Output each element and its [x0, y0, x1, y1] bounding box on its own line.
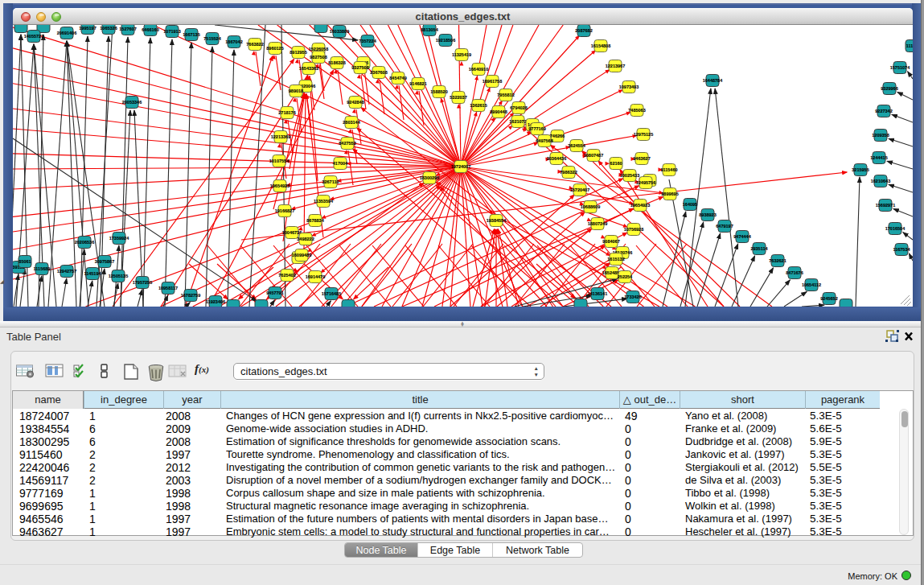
svg-text:7485063: 7485063	[628, 108, 645, 113]
svg-text:20206536: 20206536	[75, 240, 94, 245]
svg-text:10973493: 10973493	[619, 84, 639, 89]
svg-text:15751074: 15751074	[890, 65, 910, 70]
svg-text:7663822: 7663822	[246, 42, 263, 47]
svg-text:9327508: 9327508	[351, 65, 368, 70]
svg-text:9463627: 9463627	[633, 156, 650, 161]
svg-text:1145194: 1145194	[84, 271, 101, 276]
svg-text:1167534: 1167534	[893, 247, 910, 252]
svg-text:1065326: 1065326	[100, 26, 117, 31]
svg-text:10688609: 10688609	[581, 204, 600, 209]
svg-text:164095: 164095	[683, 202, 697, 207]
svg-text:1071913: 1071913	[163, 29, 180, 34]
svg-text:18300295: 18300295	[420, 175, 439, 180]
svg-text:1621072: 1621072	[509, 119, 526, 124]
svg-text:10046736: 10046736	[282, 230, 302, 235]
svg-text:20053346: 20053346	[122, 100, 142, 105]
svg-text:989018: 989018	[289, 89, 303, 93]
svg-text:10654112: 10654112	[802, 282, 821, 287]
svg-text:8471676: 8471676	[786, 270, 803, 275]
svg-text:10807487: 10807487	[584, 153, 603, 158]
svg-text:17016504: 17016504	[885, 226, 906, 231]
svg-text:12505135: 12505135	[109, 274, 128, 278]
svg-text:12975125: 12975125	[634, 132, 653, 137]
svg-text:9227342: 9227342	[875, 109, 892, 113]
svg-text:8813054: 8813054	[421, 27, 438, 32]
svg-text:1115689: 1115689	[34, 266, 51, 271]
svg-text:12213369: 12213369	[271, 134, 290, 139]
svg-text:15720407: 15720407	[570, 187, 589, 192]
svg-text:14055721: 14055721	[24, 34, 43, 39]
svg-text:6497568: 6497568	[536, 138, 552, 143]
svg-text:8912955: 8912955	[290, 50, 306, 55]
svg-text:1527607: 1527607	[119, 27, 136, 31]
svg-text:1667135: 1667135	[183, 32, 199, 37]
svg-text:8990448: 8990448	[490, 109, 507, 114]
svg-text:14136141: 14136141	[588, 291, 607, 296]
svg-text:9084067: 9084067	[602, 239, 619, 244]
svg-text:1733426: 1733426	[624, 295, 641, 299]
svg-text:20364436: 20364436	[547, 156, 566, 161]
svg-text:10107554: 10107554	[269, 159, 290, 163]
svg-text:16033809: 16033809	[330, 29, 349, 34]
svg-text:10958117: 10958117	[158, 286, 178, 290]
svg-text:9827508: 9827508	[310, 55, 326, 60]
svg-text:8427552: 8427552	[339, 141, 355, 146]
svg-text:7515524: 7515524	[203, 36, 221, 41]
svg-text:16154808: 16154808	[591, 43, 610, 48]
svg-text:16099489: 16099489	[292, 253, 311, 257]
svg-text:3267110: 3267110	[322, 179, 339, 184]
svg-text:19654923: 19654923	[630, 203, 650, 208]
svg-text:1995197: 1995197	[79, 26, 96, 31]
svg-text:5322037: 5322037	[450, 95, 466, 100]
svg-text:19724007: 19724007	[451, 164, 470, 169]
svg-text:6466160: 6466160	[142, 27, 158, 32]
svg-text:9899695: 9899695	[661, 192, 678, 196]
svg-text:2803144: 2803144	[343, 120, 360, 125]
svg-text:9146821: 9146821	[409, 81, 426, 86]
svg-text:3215955: 3215955	[852, 167, 869, 172]
svg-text:7955812: 7955812	[497, 93, 514, 97]
svg-text:19166827: 19166827	[275, 208, 294, 213]
svg-text:9245652: 9245652	[820, 296, 837, 301]
svg-text:8938923: 8938923	[699, 212, 716, 217]
svg-text:85061: 85061	[18, 259, 31, 264]
svg-text:10756928: 10756928	[624, 227, 643, 232]
svg-text:7357224: 7357224	[359, 39, 376, 43]
svg-text:30975867: 30975867	[95, 259, 114, 264]
svg-text:18807249: 18807249	[588, 221, 607, 226]
svg-text:9777169: 9777169	[528, 126, 545, 131]
svg-text:11172: 11172	[906, 43, 913, 48]
svg-text:16210643: 16210643	[871, 179, 890, 183]
svg-text:12213967: 12213967	[606, 64, 625, 68]
svg-text:19654925: 19654925	[270, 183, 290, 188]
svg-text:12495756: 12495756	[636, 180, 655, 185]
svg-text:2718176: 2718176	[278, 110, 295, 115]
svg-text:15692971: 15692971	[876, 203, 895, 208]
svg-text:1209358: 1209358	[872, 133, 889, 138]
svg-text:17359924: 17359924	[109, 236, 129, 241]
svg-text:15716485: 15716485	[322, 291, 341, 296]
svg-text:11353594: 11353594	[314, 199, 334, 204]
svg-text:8454749: 8454749	[389, 76, 406, 80]
svg-text:2087682: 2087682	[575, 28, 592, 33]
svg-text:8186328: 8186328	[328, 60, 345, 65]
svg-text:1615132: 1615132	[607, 257, 624, 262]
svg-text:8678834: 8678834	[306, 218, 324, 223]
svg-text:252254: 252254	[618, 274, 633, 279]
svg-text:9242848: 9242848	[347, 100, 363, 105]
svg-text:7632621: 7632621	[769, 258, 786, 263]
svg-text:1362615: 1362615	[470, 103, 487, 108]
svg-text:417004: 417004	[333, 161, 348, 166]
svg-text:9474444: 9474444	[733, 234, 751, 239]
svg-text:16448784: 16448784	[703, 78, 723, 83]
svg-text:19218506: 19218506	[436, 38, 455, 43]
svg-text:6794028: 6794028	[510, 105, 527, 110]
svg-text:11923406: 11923406	[206, 299, 225, 304]
svg-text:2367608: 2367608	[370, 70, 387, 75]
svg-text:1867042: 1867042	[225, 39, 242, 44]
svg-text:16543362: 16543362	[299, 66, 318, 71]
svg-text:10025433: 10025433	[620, 173, 639, 178]
svg-text:9457791: 9457791	[266, 290, 283, 295]
svg-text:9329966: 9329966	[881, 86, 897, 91]
svg-text:1588520: 1588520	[430, 89, 447, 94]
